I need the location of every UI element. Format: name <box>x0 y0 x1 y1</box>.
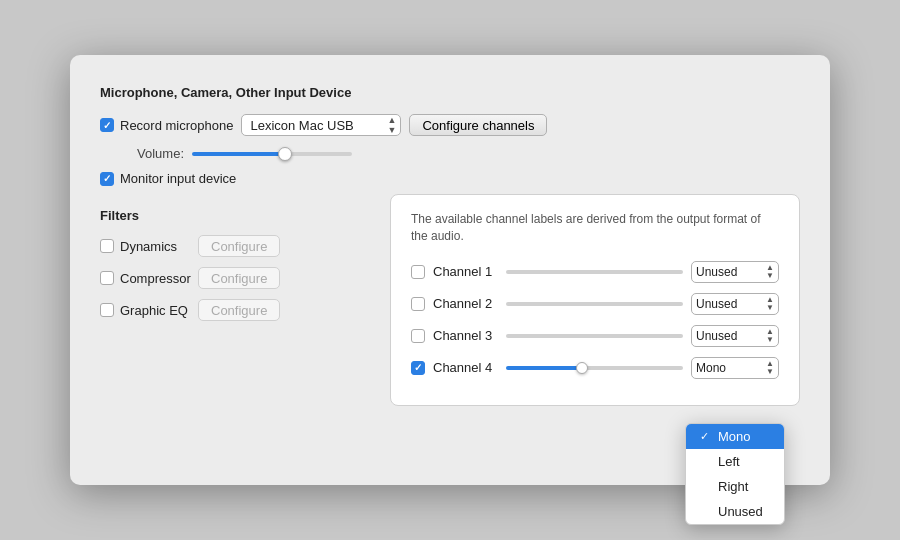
compressor-configure-btn[interactable]: Configure <box>198 267 280 289</box>
filter-row-compressor: Compressor Configure <box>100 267 380 289</box>
device-select-arrows: ▲ ▼ <box>388 116 397 135</box>
volume-label: Volume: <box>104 146 192 161</box>
channel-3-slider[interactable] <box>506 334 683 338</box>
record-microphone-label[interactable]: Record microphone <box>100 118 233 133</box>
dropdown-option-mono[interactable]: ✓ Mono <box>686 424 784 449</box>
channel-1-slider[interactable] <box>506 270 683 274</box>
dropdown-option-unused[interactable]: Unused <box>686 499 784 524</box>
filter-row-dynamics: Dynamics Configure <box>100 235 380 257</box>
configure-channels-button[interactable]: Configure channels <box>409 114 547 136</box>
left-panel: Filters Dynamics Configure Compressor Co… <box>100 194 380 406</box>
channel-4-label: Channel 4 <box>433 360 498 375</box>
device-row: Record microphone Lexicon Mac USB ▲ ▼ Co… <box>100 114 800 136</box>
channel-4-checkbox[interactable] <box>411 361 425 375</box>
channel-3-checkbox[interactable] <box>411 329 425 343</box>
channel-1-label: Channel 1 <box>433 264 498 279</box>
panels: Filters Dynamics Configure Compressor Co… <box>100 194 800 406</box>
monitor-input-row: Monitor input device <box>100 171 800 186</box>
device-select[interactable]: Lexicon Mac USB ▲ ▼ <box>241 114 401 136</box>
channel-4-select[interactable]: Mono ▲▼ <box>691 357 779 379</box>
record-microphone-checkbox[interactable] <box>100 118 114 132</box>
filter-graphiceq-name: Graphic EQ <box>100 303 190 318</box>
dynamics-checkbox[interactable] <box>100 239 114 253</box>
filters-title: Filters <box>100 208 380 223</box>
filter-dynamics-name: Dynamics <box>100 239 190 254</box>
channel-4-select-arrows: ▲▼ <box>766 360 774 376</box>
channel-row-4: Channel 4 Mono ▲▼ <box>411 357 779 379</box>
main-window: Microphone, Camera, Other Input Device R… <box>70 55 830 485</box>
volume-slider-thumb[interactable] <box>278 147 292 161</box>
dropdown-option-left[interactable]: Left <box>686 449 784 474</box>
mono-checkmark: ✓ <box>700 430 712 443</box>
volume-slider-track[interactable] <box>192 152 352 156</box>
filter-row-graphiceq: Graphic EQ Configure <box>100 299 380 321</box>
channel-3-select[interactable]: Unused ▲▼ <box>691 325 779 347</box>
channel-3-label: Channel 3 <box>433 328 498 343</box>
dropdown-option-right[interactable]: Right <box>686 474 784 499</box>
right-panel: The available channel labels are derived… <box>390 194 800 406</box>
filter-compressor-name: Compressor <box>100 271 190 286</box>
dynamics-configure-btn[interactable]: Configure <box>198 235 280 257</box>
channel-4-slider-thumb <box>576 362 588 374</box>
channel-1-checkbox[interactable] <box>411 265 425 279</box>
channel-2-select[interactable]: Unused ▲▼ <box>691 293 779 315</box>
channel-1-select-arrows: ▲▼ <box>766 264 774 280</box>
channel-dropdown-popup: ✓ Mono Left Right Unused <box>685 423 785 525</box>
graphiceq-checkbox[interactable] <box>100 303 114 317</box>
channel-info-text: The available channel labels are derived… <box>411 211 779 245</box>
channel-4-slider[interactable] <box>506 366 683 370</box>
channel-row-1: Channel 1 Unused ▲▼ <box>411 261 779 283</box>
channel-2-label: Channel 2 <box>433 296 498 311</box>
channel-row-3: Channel 3 Unused ▲▼ <box>411 325 779 347</box>
section-heading: Microphone, Camera, Other Input Device <box>100 85 800 100</box>
volume-row: Volume: <box>104 146 800 161</box>
monitor-input-label[interactable]: Monitor input device <box>100 171 236 186</box>
channel-2-slider[interactable] <box>506 302 683 306</box>
graphiceq-configure-btn[interactable]: Configure <box>198 299 280 321</box>
channel-2-checkbox[interactable] <box>411 297 425 311</box>
channel-1-select[interactable]: Unused ▲▼ <box>691 261 779 283</box>
monitor-input-checkbox[interactable] <box>100 172 114 186</box>
channel-row-2: Channel 2 Unused ▲▼ <box>411 293 779 315</box>
compressor-checkbox[interactable] <box>100 271 114 285</box>
channel-3-select-arrows: ▲▼ <box>766 328 774 344</box>
channel-2-select-arrows: ▲▼ <box>766 296 774 312</box>
